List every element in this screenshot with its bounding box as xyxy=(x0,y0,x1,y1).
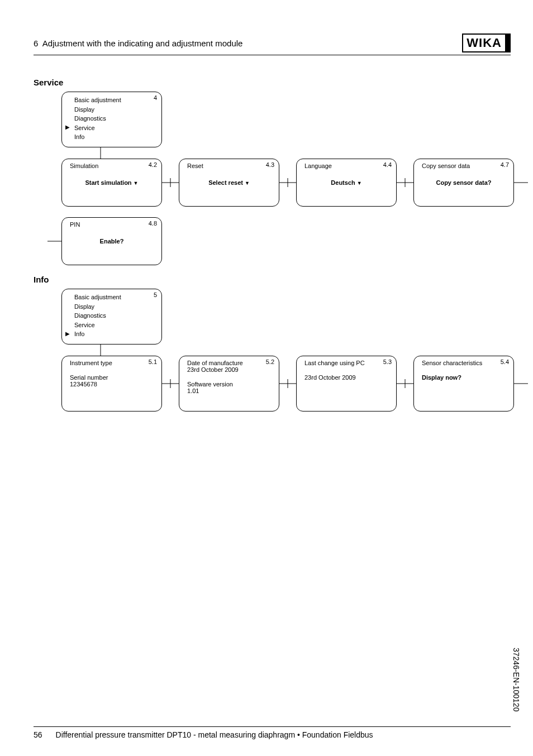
info-menu-box: 5 Basic adjustment Display Diagnostics S… xyxy=(61,289,162,344)
box-number: 4.8 xyxy=(149,220,157,227)
box-title: Language xyxy=(297,159,396,169)
box-title: Reset xyxy=(179,159,279,169)
service-menu-box: 4 Basic adjustment Display Diagnostics ▶… xyxy=(61,92,162,147)
box-number: 4.7 xyxy=(501,161,509,168)
info-label: Date of manufacture xyxy=(187,360,279,366)
info-value: 23rd October 2009 xyxy=(304,374,396,381)
box-number: 4.3 xyxy=(266,161,274,168)
menu-number: 5 xyxy=(154,291,157,298)
chapter-title: Adjustment with the indicating and adjus… xyxy=(42,39,243,48)
footer-text: Differential pressure transmitter DPT10 … xyxy=(56,730,373,739)
box-title: Simulation xyxy=(62,159,161,169)
instrument-type-box: 5.1 Instrument type Serial number 123456… xyxy=(61,356,162,412)
triangle-right-icon: ▶ xyxy=(65,123,70,131)
chapter-heading: 6 Adjustment with the indicating and adj… xyxy=(34,39,242,48)
box-number: 4.2 xyxy=(149,161,157,168)
menu-number: 4 xyxy=(154,94,157,101)
info-label: Instrument type xyxy=(70,360,161,366)
info-label: Serial number xyxy=(70,374,161,381)
box-number: 5.1 xyxy=(149,358,157,365)
service-heading: Service xyxy=(34,78,511,87)
box-number: 5.4 xyxy=(501,358,509,365)
info-heading: Info xyxy=(34,275,511,284)
info-label: Software version xyxy=(187,381,279,387)
info-value: 1.01 xyxy=(187,387,279,394)
box-action: Copy sensor data? xyxy=(414,179,513,186)
menu-item: Info xyxy=(74,132,161,142)
box-action: Start simulation xyxy=(62,179,161,186)
box-title: Copy sensor data xyxy=(414,159,513,169)
page-number: 56 xyxy=(34,730,42,739)
menu-item-selected: Info xyxy=(74,329,161,339)
page-footer: 56 Differential pressure transmitter DPT… xyxy=(34,726,511,739)
chapter-number: 6 xyxy=(34,39,38,48)
box-title: PIN xyxy=(62,218,161,228)
box-action: Enable? xyxy=(62,238,161,245)
copy-sensor-box: 4.7 Copy sensor data Copy sensor data? xyxy=(413,159,514,207)
sensor-characteristics-box: 5.4 Sensor characteristics Display now? xyxy=(413,356,514,412)
info-label: Sensor characteristics xyxy=(422,360,513,366)
box-action: Display now? xyxy=(422,374,513,381)
box-number: 4.4 xyxy=(383,161,392,168)
box-number: 5.3 xyxy=(383,358,392,365)
document-code: 37246-EN-100120 xyxy=(512,648,521,711)
menu-item: Basic adjustment xyxy=(74,95,161,105)
last-change-box: 5.3 Last change using PC 23rd October 20… xyxy=(296,356,397,412)
simulation-box: 4.2 Simulation Start simulation xyxy=(61,159,162,207)
menu-item: Display xyxy=(74,105,161,114)
menu-item: Diagnostics xyxy=(74,311,161,320)
box-action: Deutsch xyxy=(297,179,396,186)
menu-item: Service xyxy=(74,320,161,330)
menu-item: Basic adjustment xyxy=(74,293,161,302)
info-value: 23rd October 2009 xyxy=(187,366,279,373)
language-box: 4.4 Language Deutsch xyxy=(296,159,397,207)
menu-item: Display xyxy=(74,302,161,312)
menu-item: Diagnostics xyxy=(74,114,161,123)
info-label: Last change using PC xyxy=(304,360,396,366)
pin-box: 4.8 PIN Enable? xyxy=(61,217,162,265)
box-action: Select reset xyxy=(179,179,279,186)
menu-item-selected: Service xyxy=(74,123,161,133)
box-number: 5.2 xyxy=(266,358,274,365)
date-manufacture-box: 5.2 Date of manufacture 23rd October 200… xyxy=(179,356,279,412)
wika-logo: WIKA xyxy=(462,34,511,52)
triangle-right-icon: ▶ xyxy=(65,329,70,338)
page-header: 6 Adjustment with the indicating and adj… xyxy=(34,34,511,55)
info-value: 12345678 xyxy=(70,381,161,387)
reset-box: 4.3 Reset Select reset xyxy=(179,159,279,207)
